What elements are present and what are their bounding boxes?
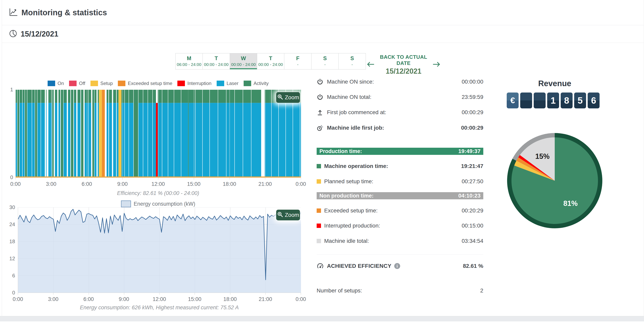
energy-y-tick: 18 [3, 238, 15, 245]
zoom-button-label: Zoom [285, 212, 299, 218]
stat-label: Interrupted production: [324, 223, 380, 229]
legend-label: Off [79, 81, 85, 86]
stat-row-machine-operation-time: Machine operation time: 19:21:47 [317, 162, 483, 171]
weekday-tab-6[interactable]: S- [338, 53, 366, 70]
stat-value: 00:15:00 [462, 223, 483, 229]
pie-slice-label: 81% [563, 199, 578, 207]
weekday-tab-3[interactable]: T00:00 - 24:00 [257, 53, 284, 70]
energy-x-tick: 0:00 [291, 296, 310, 302]
weekday-tab-2[interactable]: W00:00 - 24:00 [230, 53, 257, 69]
weekday-tab-1[interactable]: T00:00 - 24:00 [202, 53, 230, 70]
energy-zoom-button[interactable]: Zoom [276, 210, 300, 220]
back-to-actual-date-button[interactable]: BACK TO ACTUAL DATE [374, 54, 432, 66]
weekday-tab-0[interactable]: M06:00 - 24:00 [176, 53, 203, 70]
info-icon[interactable]: i [394, 263, 400, 269]
previous-day-arrow-icon[interactable] [366, 61, 374, 68]
stat-label: Machine idle total: [324, 238, 369, 244]
power-icon [317, 94, 324, 101]
legend-label: Activity [254, 81, 269, 86]
energy-legend-label: Energy consumption (kW) [134, 201, 196, 207]
revenue-counter: €1856 [507, 93, 600, 108]
timeline-x-tickmark [158, 178, 158, 180]
timeline-x-tick: 3:00 [42, 181, 61, 187]
interrupted-production-swatch [317, 223, 321, 228]
timeline-x-tick: 0:00 [291, 181, 310, 187]
energy-y-tick: 24 [3, 221, 15, 227]
weekday-time-range: 06:00 - 24:00 [176, 62, 202, 67]
operation-time-swatch [317, 164, 321, 168]
timeline-x-tick: 15:00 [184, 181, 203, 187]
current-date: 15/12/2021 [21, 30, 58, 38]
stat-row-planned-setup-time: Planned setup time: 00:27:50 [317, 177, 483, 186]
selected-date: 15/12/2021 [374, 67, 432, 76]
energy-x-tickmark [89, 293, 89, 295]
revenue-digit-tile: 1 [547, 93, 559, 108]
energy-y-tick: 0 [3, 290, 15, 296]
revenue-digit-tile [520, 93, 532, 108]
energy-consumption-chart[interactable] [18, 207, 301, 293]
weekday-letter: T [257, 55, 284, 62]
energy-x-tickmark [301, 293, 301, 295]
weekday-letter: S [339, 55, 366, 62]
weekday-letter: T [203, 55, 230, 62]
stat-value: 00:27:50 [462, 178, 483, 185]
stat-value: 2 [480, 287, 483, 294]
next-day-arrow-icon[interactable] [432, 61, 441, 68]
stat-row-machine-idle-total: Machine idle total: 03:34:54 [317, 237, 483, 245]
timeline-zoom-button[interactable]: Zoom [276, 92, 300, 103]
timeline-x-tick: 0:00 [6, 181, 25, 187]
stat-value: 19:21:47 [461, 163, 483, 169]
energy-x-tick: 18:00 [220, 296, 240, 302]
job-start-arrow-icon [317, 109, 324, 116]
legend-item: Laser [217, 81, 238, 86]
weekday-letter: S [312, 55, 338, 62]
weekday-tab-4[interactable]: F- [284, 53, 312, 70]
timeline-x-tick: 21:00 [256, 181, 274, 187]
revenue-title: Revenue [507, 79, 602, 88]
stat-label: ACHIEVED EFFICIENCY [327, 263, 392, 269]
timeline-x-tickmark [265, 178, 265, 180]
weekday-tab-5[interactable]: S- [311, 53, 339, 70]
setup-time-swatch [317, 179, 321, 184]
timeline-x-tick: 18:00 [220, 181, 239, 187]
legend-item: Activity [244, 81, 269, 86]
legend-swatch [217, 81, 224, 86]
stat-label: First job commenced at: [327, 109, 386, 116]
stat-value: 23:59:59 [462, 94, 483, 100]
legend-label: Setup [100, 81, 113, 86]
idle-clock-icon [317, 125, 324, 131]
legend-swatch [90, 81, 98, 86]
stat-value: 00:20:29 [462, 207, 483, 214]
timeline-x-tickmark [16, 178, 16, 180]
stat-row-exceeded-setup-time: Exceeded setup time: 00:20:29 [317, 206, 483, 215]
gauge-icon [317, 262, 324, 270]
legend-item: Setup [90, 81, 113, 86]
app-header: Monitoring & statistics [2, 0, 644, 25]
horizontal-scrollbar[interactable] [0, 316, 644, 321]
energy-x-tick: 12:00 [150, 296, 169, 302]
production-share-pie-chart: 81%15% [503, 129, 606, 232]
timeline-x-tickmark [301, 178, 301, 180]
efficiency-caption: Efficiency: 82.61 % (00:00 - 24:00) [16, 190, 301, 196]
banner-value: 04:10:23 [458, 193, 480, 199]
stat-value: 82.61 % [463, 263, 483, 269]
stat-row-first-job-commenced: First job commenced at: 00:00:29 [317, 108, 483, 117]
stat-value: 00:00:29 [461, 125, 483, 131]
energy-caption: Energy consumption: 626 kWh, Highest mea… [18, 304, 301, 311]
legend-swatch [244, 81, 251, 86]
timeline-y-tick: 1 [7, 87, 13, 93]
energy-x-tickmark [18, 293, 18, 295]
machine-state-timeline-chart[interactable] [16, 90, 301, 178]
power-icon [317, 78, 324, 85]
energy-x-tick: 15:00 [185, 296, 204, 302]
stat-label: Machine idle first job: [327, 125, 384, 131]
energy-x-tickmark [159, 293, 160, 295]
revenue-digit-tile: 8 [561, 93, 572, 108]
timeline-x-tick: 9:00 [113, 181, 132, 187]
revenue-digit-tile: 5 [574, 93, 586, 108]
weekday-time-range: - [284, 62, 311, 67]
currency-tile: € [507, 93, 518, 108]
banner-label: Non production time: [320, 193, 374, 199]
zoom-button-label: Zoom [285, 94, 299, 101]
banner-label: Production time: [320, 148, 362, 154]
